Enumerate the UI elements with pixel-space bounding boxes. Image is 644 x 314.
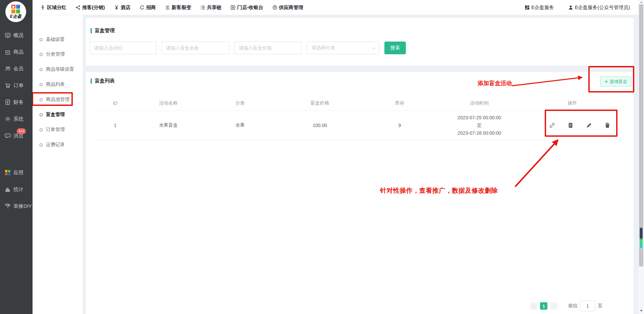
nav-label: 招商 (146, 4, 156, 11)
rail-item-apps[interactable]: 应用 (0, 167, 33, 178)
system-icon (4, 116, 11, 122)
share-icon (75, 5, 80, 10)
list-icon (200, 5, 205, 10)
top-nav-fission[interactable]: 新客裂变 (165, 4, 191, 11)
nav-label: 共享链 (207, 4, 222, 11)
col-header-actions: 操作 (519, 100, 626, 106)
rail-item-members[interactable]: 会员 (0, 63, 33, 74)
top-nav-store-cashier[interactable]: 门店-收银台 (230, 4, 263, 11)
link-icon[interactable] (549, 122, 555, 128)
scroll-down-icon[interactable] (640, 310, 643, 312)
grid-icon (525, 5, 530, 10)
top-nav-promoter[interactable]: 推客(分销) (75, 4, 105, 11)
time-separator: 至 (439, 122, 519, 129)
submenu-label: 分类管理 (46, 51, 65, 57)
rail-item-system[interactable]: 系统 (0, 113, 33, 125)
table-header-row: ID 活动名称 分类 盲盒价格 库存 活动时间 操作 (94, 96, 626, 111)
page-1-button[interactable]: 1 (540, 302, 547, 310)
add-blindbox-button[interactable]: 新增盲盒 (600, 76, 632, 87)
logo-mark-icon (11, 5, 20, 13)
main-content: 盲盒管理 请选择分类 搜索 盲盒列表 新增盲盒 ID (83, 15, 638, 314)
logo-text: E企盈 (10, 14, 22, 19)
search-button[interactable]: 搜索 (384, 42, 406, 54)
submenu-item-goods-list[interactable]: 商品列表 (40, 79, 65, 89)
cell-stock: 9 (360, 123, 439, 128)
rail-item-label: 应用 (13, 170, 23, 176)
cell-actions (527, 122, 633, 128)
prev-page-button[interactable]: ‹ (530, 302, 537, 310)
extension-indicator-pill (639, 227, 643, 249)
submenu-item-order-management[interactable]: 订单管理 (40, 125, 65, 135)
activity-id-input[interactable] (90, 42, 157, 54)
time-start: 2023-07-25 00:00:00 (439, 114, 519, 122)
circle-icon (40, 143, 43, 146)
col-header-activity-name: 活动名称 (137, 100, 200, 106)
rail-item-finance[interactable]: 财务 (0, 97, 33, 108)
blindbox-name-input[interactable] (161, 42, 229, 54)
submenu-item-basic-settings[interactable]: 基础设置 (40, 35, 65, 45)
secondary-sidebar: 基础设置 分类管理 商品等级设置 商品列表 商品池管理 盲盒管理 订单管理 运费… (33, 15, 83, 314)
submenu-label: 商品池管理 (46, 97, 69, 103)
top-nav-region-bonus[interactable]: 区域分红 (40, 4, 66, 11)
circle-icon (40, 38, 43, 41)
top-nav-investment[interactable]: 招商 (140, 4, 156, 11)
fission-icon (165, 5, 170, 10)
rail-item-label: 系统 (13, 116, 23, 122)
next-page-button[interactable]: › (550, 302, 557, 310)
finance-icon (4, 99, 11, 106)
submenu-item-goods-pool[interactable]: 商品池管理 (40, 95, 69, 105)
nav-label: 推客(分销) (82, 4, 105, 11)
blindbox-price-input[interactable] (234, 42, 302, 54)
submenu-item-category-management[interactable]: 分类管理 (40, 49, 65, 59)
supplier-icon (272, 5, 277, 10)
user-menu[interactable]: E企盈服务(公众号管理员) (568, 4, 630, 11)
circle-icon (40, 113, 43, 116)
cell-activity-name: 水果盲盒 (137, 122, 200, 128)
workspace-switcher[interactable]: E企盈服务 (525, 4, 554, 11)
rail-item-orders[interactable]: 订单 (0, 80, 33, 91)
scroll-up-icon[interactable] (640, 1, 643, 3)
top-nav-hotel[interactable]: 酒店 (114, 4, 130, 11)
top-nav-supplier[interactable]: 供应商管理 (272, 4, 304, 11)
messages-badge (17, 128, 26, 134)
pagination: ‹ 1 › 前往 页 (527, 301, 602, 311)
apps-icon (4, 170, 11, 176)
page: E企盈 概况 商品 会员 订单 (0, 0, 644, 314)
col-header-activity-time: 活动时间 (439, 100, 519, 106)
submenu-item-freight-records[interactable]: 运费记录 (40, 140, 65, 150)
app-logo[interactable]: E企盈 (5, 1, 26, 22)
page-scrollbar[interactable] (638, 0, 644, 314)
title-text: 盲盒管理 (95, 27, 115, 34)
submenu-item-goods-level[interactable]: 商品等级设置 (40, 64, 74, 74)
rail-item-messages[interactable]: 消息 (0, 130, 33, 141)
rail-item-label: 统计 (13, 186, 23, 193)
category-select[interactable]: 请选择分类 (307, 42, 379, 54)
rail-item-label: 财务 (13, 99, 23, 106)
page-number-input[interactable] (580, 301, 595, 311)
title-text: 盲盒列表 (95, 78, 115, 84)
overview-icon (4, 32, 11, 39)
cell-category: 水果 (200, 122, 280, 128)
rail-item-overview[interactable]: 概况 (0, 29, 33, 41)
message-icon (4, 133, 11, 139)
delete-icon[interactable] (604, 122, 610, 128)
rail-item-label: 订单 (13, 82, 23, 89)
poster-icon[interactable] (568, 122, 574, 128)
plus-icon (604, 80, 608, 83)
add-button-label: 新增盲盒 (610, 79, 627, 85)
edit-icon[interactable] (586, 122, 592, 128)
top-nav-share-chain[interactable]: 共享链 (200, 4, 222, 11)
table-row: 1 水果盲盒 水果 100.00 9 2023-07-25 00:00:00 至… (94, 111, 626, 140)
nav-label: 新客裂变 (172, 4, 191, 11)
submenu-label: 运费记录 (46, 142, 65, 148)
rail-item-diy[interactable]: 装修DIY (0, 200, 33, 212)
rail-item-stats[interactable]: 统计 (0, 184, 33, 195)
rail-item-label: 商品 (13, 49, 23, 55)
nav-label: 门店-收银台 (237, 4, 263, 11)
top-bar-right: E企盈服务 E企盈服务(公众号管理员) (525, 4, 644, 11)
rail-item-goods[interactable]: 商品 (0, 46, 33, 58)
top-nav: 区域分红 推客(分销) 酒店 招商 新客裂变 共享链 (33, 4, 303, 11)
submenu-item-blindbox-management[interactable]: 盲盒管理 (40, 110, 65, 120)
submenu-label: 订单管理 (46, 127, 65, 133)
blindbox-table: ID 活动名称 分类 盲盒价格 库存 活动时间 操作 1 水果盲盒 水果 100… (94, 96, 626, 140)
